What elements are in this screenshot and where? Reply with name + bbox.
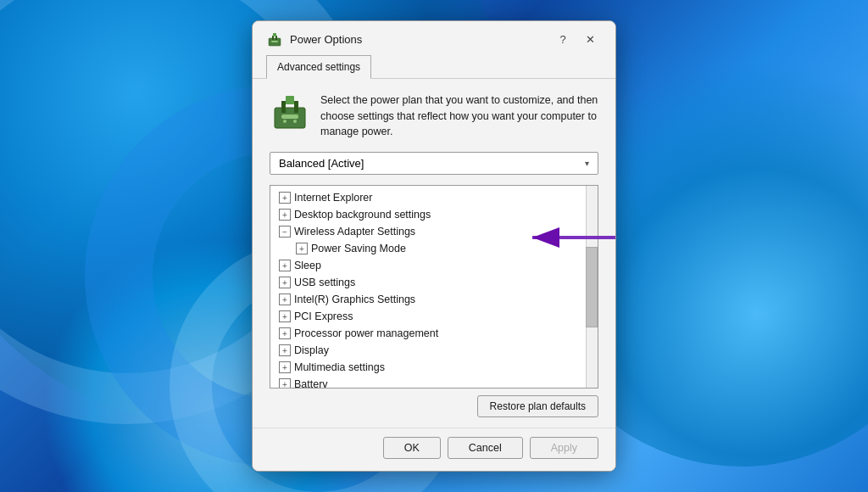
advanced-settings-tab[interactable]: Advanced settings [266,55,371,79]
expand-icon[interactable]: + [279,277,291,288]
dialog-title: Power Options [290,33,362,46]
list-item-label: Sleep [294,260,321,271]
svg-rect-8 [281,115,298,119]
expand-icon[interactable]: + [279,294,291,305]
cancel-button[interactable]: Cancel [448,437,523,459]
title-bar-left: Power Options [266,31,362,48]
dropdown-row: Balanced [Active] ▾ [270,152,598,175]
list-item-usb-settings[interactable]: +USB settings [270,274,598,291]
dropdown-selected-value: Balanced [Active] [279,157,364,170]
list-item-label: USB settings [294,277,355,288]
list-item-label: Internet Explorer [294,192,372,204]
list-item-wireless-adapter[interactable]: −Wireless Adapter Settings [270,223,598,240]
list-item-desktop-background[interactable]: +Desktop background settings [270,206,598,223]
dialog-footer: OK Cancel Apply [253,428,615,471]
power-icon-large [270,92,310,133]
svg-point-11 [293,120,297,123]
expand-icon[interactable]: + [279,361,291,373]
list-item-label: Multimedia settings [294,361,385,373]
svg-rect-7 [294,101,298,113]
expand-icon[interactable]: + [279,310,291,322]
list-item-battery[interactable]: +Battery [270,376,598,389]
description-text: Select the power plan that you want to c… [320,92,598,140]
settings-list-inner: +Internet Explorer+Desktop background se… [270,186,598,389]
list-item-label: Desktop background settings [294,209,431,221]
power-options-dialog: Power Options ? ✕ Advanced settings [252,20,616,472]
svg-rect-6 [281,101,286,113]
title-bar: Power Options ? ✕ [253,21,615,55]
list-item-pci-express[interactable]: +PCI Express [270,308,598,325]
expand-icon[interactable]: + [279,260,291,271]
expand-icon[interactable]: + [279,378,291,389]
tab-bar: Advanced settings [253,55,615,79]
list-item-display[interactable]: +Display [270,342,598,359]
title-bar-controls: ? ✕ [551,31,602,48]
svg-rect-4 [273,33,276,36]
ok-button[interactable]: OK [383,437,441,459]
apply-button[interactable]: Apply [530,437,598,459]
dialog-content: Select the power plan that you want to c… [253,79,615,428]
scrollbar-thumb[interactable] [586,247,598,327]
list-item-intel-graphics[interactable]: +Intel(R) Graphics Settings [270,291,598,308]
list-item-label: Wireless Adapter Settings [294,226,415,238]
list-item-label: Processor power management [294,327,438,339]
restore-row: Restore plan defaults [270,395,598,417]
list-item-power-saving-mode[interactable]: +Power Saving Mode [270,240,598,257]
expand-icon[interactable]: + [296,243,308,254]
close-button[interactable]: ✕ [578,31,602,48]
help-button[interactable]: ? [551,31,575,48]
list-item-internet-explorer[interactable]: +Internet Explorer [270,189,598,206]
list-item-label: Battery [294,378,328,389]
collapse-icon[interactable]: − [279,226,291,238]
list-item-label: Power Saving Mode [311,243,406,254]
dialog-overlay: Power Options ? ✕ Advanced settings [0,0,868,492]
svg-rect-3 [271,41,278,42]
list-item-processor-power[interactable]: +Processor power management [270,325,598,342]
expand-icon[interactable]: + [279,209,291,221]
description-area: Select the power plan that you want to c… [270,92,598,140]
scrollbar-track[interactable] [586,186,598,388]
list-item-sleep[interactable]: +Sleep [270,257,598,274]
plan-dropdown[interactable]: Balanced [Active] ▾ [270,152,598,175]
svg-point-10 [283,120,287,123]
expand-icon[interactable]: + [279,192,291,204]
list-item-label: Display [294,344,329,356]
chevron-down-icon: ▾ [585,159,589,168]
expand-icon[interactable]: + [279,327,291,339]
restore-plan-defaults-button[interactable]: Restore plan defaults [477,395,598,417]
list-item-multimedia-settings[interactable]: +Multimedia settings [270,359,598,376]
power-options-icon [266,31,283,48]
list-item-label: Intel(R) Graphics Settings [294,294,415,305]
svg-rect-9 [286,96,294,104]
settings-list[interactable]: +Internet Explorer+Desktop background se… [270,185,598,389]
expand-icon[interactable]: + [279,344,291,356]
list-item-label: PCI Express [294,310,353,322]
